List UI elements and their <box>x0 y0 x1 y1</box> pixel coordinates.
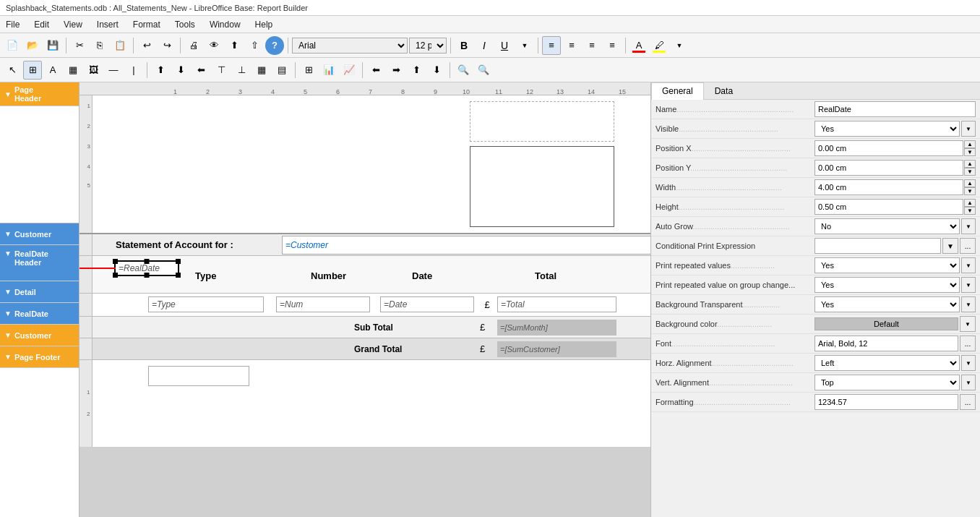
cut-button[interactable]: ✂ <box>70 36 89 55</box>
realdate-field-selected[interactable]: =RealDate <box>114 260 179 276</box>
condprint-dropdown[interactable]: ▼ <box>942 238 958 254</box>
help-button[interactable]: ? <box>265 36 284 55</box>
vertalign-select[interactable]: TopMiddleBottom <box>814 375 960 390</box>
width-input[interactable] <box>814 179 963 195</box>
open-button[interactable]: 📂 <box>23 36 42 55</box>
image-tool[interactable]: 🖼 <box>84 61 103 80</box>
printrepeat-select[interactable]: YesNo <box>814 257 960 273</box>
vertalign-dropdown-btn[interactable]: ▼ <box>961 375 976 390</box>
menu-insert[interactable]: Insert <box>94 18 121 31</box>
font-color-button[interactable]: A <box>629 36 648 55</box>
select2-tool[interactable]: ⊞ <box>23 61 42 80</box>
horzalign-dropdown-btn[interactable]: ▼ <box>961 355 976 371</box>
undo-button[interactable]: ↩ <box>137 36 156 55</box>
paste-button[interactable]: 📋 <box>111 36 129 55</box>
select-tool[interactable]: ↖ <box>3 61 22 80</box>
bgcolor-dropdown-btn[interactable]: ▼ <box>960 316 976 332</box>
underline-dropdown[interactable]: ▼ <box>515 36 534 55</box>
posx-up[interactable]: ▲ <box>964 140 976 148</box>
menu-window[interactable]: Window <box>207 18 244 31</box>
redo-button[interactable]: ↪ <box>158 36 176 55</box>
height-down[interactable]: ▼ <box>964 207 976 215</box>
align-center-button[interactable]: ≡ <box>562 36 581 55</box>
printrepeatgroup-dropdown-btn[interactable]: ▼ <box>961 277 976 293</box>
bgcolor-default-btn[interactable]: Default <box>814 317 958 330</box>
menu-help[interactable]: Help <box>252 18 276 31</box>
label-tool[interactable]: A <box>43 61 62 80</box>
menu-file[interactable]: File <box>3 18 22 31</box>
section-customer2[interactable]: ▼ Customer <box>0 325 79 346</box>
export-button[interactable]: ⬆ <box>225 36 244 55</box>
zoom-out[interactable]: 🔍 <box>454 61 473 80</box>
height-input[interactable] <box>814 199 963 215</box>
export2-button[interactable]: ⇧ <box>245 36 264 55</box>
width-up[interactable]: ▲ <box>964 179 976 187</box>
menu-edit[interactable]: Edit <box>31 18 52 31</box>
condprint-ellipsis[interactable]: ... <box>960 238 976 254</box>
bold-button[interactable]: B <box>455 36 473 55</box>
num-field[interactable]: =Num <box>276 296 370 312</box>
section-customer1[interactable]: ▼ Customer <box>0 223 79 245</box>
insert-below[interactable]: ⬇ <box>171 61 190 80</box>
underline-button[interactable]: U <box>495 36 514 55</box>
font-input[interactable] <box>814 336 958 351</box>
align-left2[interactable]: ⬅ <box>366 61 385 80</box>
section-realdate-header[interactable]: ▼ RealDateHeader <box>0 245 79 281</box>
posy-down[interactable]: ▼ <box>964 168 976 176</box>
highlight-button[interactable]: 🖊 <box>650 36 669 55</box>
canvas-area[interactable]: 1 2 3 4 5 6 7 8 9 10 11 12 13 14 15 16 1… <box>79 82 650 517</box>
fontsize-selector[interactable]: 12 pt <box>409 38 447 54</box>
autogrow-dropdown-btn[interactable]: ▼ <box>961 218 976 234</box>
zoom-in[interactable]: 🔍 <box>474 61 493 80</box>
font-ellipsis-btn[interactable]: ... <box>960 336 976 351</box>
align-justify-button[interactable]: ≡ <box>603 36 622 55</box>
horzalign-select[interactable]: LeftCenterRight <box>814 355 960 371</box>
section-detail[interactable]: ▼ Detail <box>0 281 79 303</box>
section-realdate[interactable]: ▼ RealDate <box>0 303 79 325</box>
menu-format[interactable]: Format <box>130 18 163 31</box>
type-field[interactable]: =Type <box>148 296 264 312</box>
height-up[interactable]: ▲ <box>964 199 976 207</box>
menu-tools[interactable]: Tools <box>172 18 198 31</box>
posx-down[interactable]: ▼ <box>964 148 976 156</box>
section-page-footer[interactable]: ▼ Page Footer <box>0 346 79 368</box>
highlight-dropdown[interactable]: ▼ <box>670 36 689 55</box>
customer-formula[interactable]: =Customer <box>282 236 650 255</box>
insert-above[interactable]: ⬆ <box>151 61 170 80</box>
align-right2[interactable]: ➡ <box>387 61 405 80</box>
chart2-tool[interactable]: 📈 <box>340 61 358 80</box>
bgtransparent-select[interactable]: YesNo <box>814 296 960 312</box>
formatting-ellipsis-btn[interactable]: ... <box>960 394 976 410</box>
tab-general[interactable]: General <box>651 82 704 100</box>
section2-tool[interactable]: ▤ <box>272 61 291 80</box>
line-h-tool[interactable]: — <box>104 61 123 80</box>
printrepeat-dropdown-btn[interactable]: ▼ <box>961 257 976 273</box>
preview-button[interactable]: 👁 <box>205 36 223 55</box>
align-left-button[interactable]: ≡ <box>542 36 561 55</box>
tab-data[interactable]: Data <box>704 82 744 99</box>
new-button[interactable]: 📄 <box>3 36 22 55</box>
visible-dropdown-btn[interactable]: ▼ <box>961 121 976 137</box>
condprint-input[interactable] <box>814 238 941 254</box>
visible-select[interactable]: YesNo <box>814 121 960 137</box>
align-top[interactable]: ⊤ <box>212 61 231 80</box>
print-button[interactable]: 🖨 <box>184 36 203 55</box>
sumcustomer-field[interactable]: =[SumCustomer] <box>497 341 616 357</box>
chart-tool[interactable]: 📊 <box>319 61 338 80</box>
posx-input[interactable] <box>814 140 963 156</box>
copy-button[interactable]: ⎘ <box>90 36 109 55</box>
footer-field[interactable] <box>148 366 249 386</box>
date-field[interactable]: =Date <box>380 296 474 312</box>
summonth-field[interactable]: =[SumMonth] <box>497 320 616 336</box>
width-down[interactable]: ▼ <box>964 187 976 195</box>
menu-view[interactable]: View <box>61 18 85 31</box>
line-v-tool[interactable]: | <box>124 61 143 80</box>
italic-button[interactable]: I <box>475 36 494 55</box>
printrepeatgroup-select[interactable]: YesNo <box>814 277 960 293</box>
font-selector[interactable]: Arial <box>292 38 408 54</box>
textfield-tool[interactable]: ▦ <box>64 61 82 80</box>
posy-up[interactable]: ▲ <box>964 160 976 168</box>
group-tool[interactable]: ⊞ <box>299 61 318 80</box>
align-right-button[interactable]: ≡ <box>583 36 601 55</box>
autogrow-select[interactable]: NoYes <box>814 218 960 234</box>
